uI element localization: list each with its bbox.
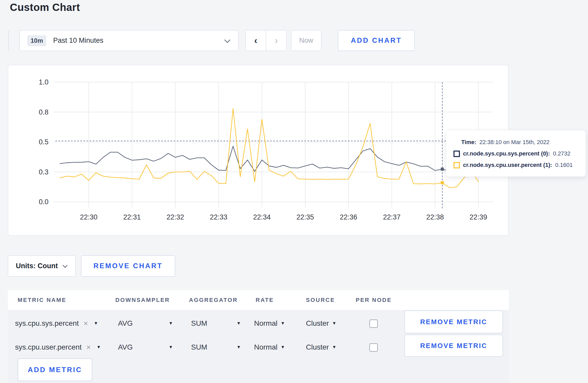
caret-down-icon: ▼ (332, 345, 337, 350)
metric-name-value: sys.cpu.sys.percent (15, 319, 79, 328)
svg-text:22:34: 22:34 (253, 213, 271, 221)
svg-text:22:36: 22:36 (340, 213, 357, 221)
caret-down-icon: ▼ (96, 345, 101, 350)
downsampler-value: AVG (118, 319, 133, 328)
rate-select[interactable]: Normal ▼ (254, 340, 285, 354)
tooltip-series-value: 0.2732 (553, 150, 570, 157)
chevron-left-icon: ‹ (254, 35, 257, 46)
metrics-table-body: sys.cpu.sys.percent × ▼ AVG ▼ SUM ▼ Norm… (8, 310, 509, 383)
rate-select[interactable]: Normal ▼ (254, 316, 285, 331)
caret-down-icon: ▼ (281, 345, 285, 350)
tooltip-series-name: cr.node.sys.cpu.sys.percent (0): (463, 150, 550, 157)
user-series-swatch-icon (453, 162, 460, 168)
column-header-downsampler: DOWNSAMPLER (115, 290, 170, 310)
svg-text:22:33: 22:33 (210, 213, 227, 221)
aggregator-value: SUM (191, 343, 207, 351)
tooltip-time-value: 22:38:10 on Mar 15th, 2022 (479, 139, 549, 146)
per-node-checkbox[interactable] (369, 320, 378, 328)
svg-text:22:39: 22:39 (470, 213, 487, 221)
time-nav-group: ‹ › (245, 30, 287, 51)
downsampler-select[interactable]: AVG ▼ (118, 340, 173, 354)
remove-chart-button[interactable]: REMOVE CHART (81, 255, 175, 277)
tooltip-time-row: Time: 22:38:10 on Mar 15th, 2022 (453, 137, 586, 148)
svg-text:22:30: 22:30 (80, 213, 98, 221)
column-header-rate: RATE (256, 290, 274, 310)
clear-metric-icon[interactable]: × (83, 319, 88, 328)
svg-text:0.8: 0.8 (39, 108, 48, 116)
metric-name-value: sys.cpu.user.percent (15, 343, 82, 351)
svg-text:22:37: 22:37 (383, 213, 401, 221)
column-header-source: SOURCE (306, 290, 335, 310)
chart-hover-tooltip: Time: 22:38:10 on Mar 15th, 2022 cr.node… (446, 130, 586, 177)
tooltip-series-value: 0.1601 (555, 162, 573, 168)
rate-value: Normal (254, 343, 277, 351)
time-range-label: Past 10 Minutes (53, 37, 103, 45)
tooltip-time-label: Time: (461, 139, 476, 146)
tooltip-series-name: cr.node.sys.cpu.user.percent (1): (463, 162, 552, 168)
svg-text:22:31: 22:31 (123, 213, 141, 221)
chevron-right-icon: › (275, 35, 278, 46)
aggregator-value: SUM (191, 319, 207, 328)
time-range-dropdown[interactable]: 10m Past 10 Minutes (19, 30, 239, 51)
caret-down-icon: ▼ (236, 321, 241, 326)
tooltip-series-row: cr.node.sys.cpu.sys.percent (0): 0.2732 (453, 148, 586, 159)
caret-down-icon: ▼ (281, 321, 285, 326)
metric-name-select[interactable]: sys.cpu.user.percent × ▼ (15, 340, 101, 354)
column-header-metric-name: METRIC NAME (18, 290, 66, 310)
sys-series-swatch-icon (453, 151, 460, 157)
chevron-down-icon (224, 39, 231, 44)
caret-down-icon: ▼ (169, 321, 173, 326)
time-prev-button[interactable]: ‹ (245, 30, 266, 51)
svg-text:0.3: 0.3 (39, 168, 48, 176)
downsampler-select[interactable]: AVG ▼ (118, 316, 173, 331)
add-chart-button[interactable]: ADD CHART (338, 30, 415, 51)
column-header-per-node: PER NODE (356, 290, 392, 310)
units-label: Units: Count (16, 262, 58, 270)
remove-metric-button[interactable]: REMOVE METRIC (404, 310, 503, 333)
source-select[interactable]: Cluster ▼ (306, 316, 337, 331)
time-next-button[interactable]: › (266, 30, 287, 51)
timeseries-chart[interactable]: 0.00.30.50.81.022:3022:3122:3222:3322:34… (8, 65, 509, 237)
toolbar-divider (8, 31, 9, 51)
metrics-table-header: METRIC NAME DOWNSAMPLER AGGREGATOR RATE … (8, 290, 509, 310)
svg-text:22:38: 22:38 (426, 213, 444, 221)
units-dropdown[interactable]: Units: Count (8, 255, 76, 277)
source-value: Cluster (306, 343, 329, 351)
chart-card: 0.00.30.50.81.022:3022:3122:3222:3322:34… (8, 65, 509, 236)
per-node-checkbox[interactable] (369, 343, 378, 352)
remove-metric-button[interactable]: REMOVE METRIC (404, 335, 503, 357)
svg-text:1.0: 1.0 (39, 78, 48, 86)
aggregator-select[interactable]: SUM ▼ (191, 316, 241, 331)
chevron-down-icon (62, 262, 68, 270)
time-range-badge: 10m (27, 35, 46, 46)
column-header-aggregator: AGGREGATOR (189, 290, 238, 310)
source-select[interactable]: Cluster ▼ (306, 340, 337, 354)
rate-value: Normal (254, 319, 277, 328)
caret-down-icon: ▼ (332, 321, 337, 326)
page-title: Custom Chart (10, 2, 80, 13)
aggregator-select[interactable]: SUM ▼ (191, 340, 241, 354)
tooltip-series-row: cr.node.sys.cpu.user.percent (1): 0.1601 (453, 159, 586, 171)
caret-down-icon: ▼ (236, 345, 241, 350)
downsampler-value: AVG (118, 343, 133, 351)
metric-name-select[interactable]: sys.cpu.sys.percent × ▼ (15, 316, 98, 331)
svg-text:22:35: 22:35 (296, 213, 314, 221)
clear-metric-icon[interactable]: × (86, 343, 91, 352)
now-button[interactable]: Now (291, 30, 321, 51)
svg-text:0.5: 0.5 (39, 138, 48, 146)
caret-down-icon: ▼ (94, 321, 98, 326)
caret-down-icon: ▼ (169, 345, 173, 350)
svg-text:0.0: 0.0 (39, 198, 48, 206)
svg-text:22:32: 22:32 (166, 213, 184, 221)
source-value: Cluster (306, 319, 329, 328)
add-metric-button[interactable]: ADD METRIC (18, 358, 92, 381)
